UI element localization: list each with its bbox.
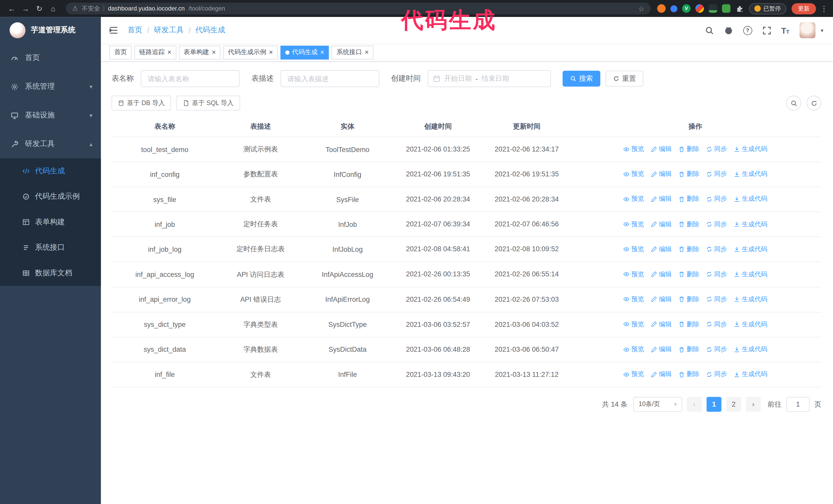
tab-home[interactable]: 首页 (110, 45, 132, 59)
sidebar-item-form-builder[interactable]: 表单构建 (0, 210, 101, 235)
tab-close-icon[interactable]: × (212, 49, 216, 56)
date-range-picker[interactable]: 开始日期 - 结束日期 (428, 70, 551, 87)
tab-close-icon[interactable]: × (320, 49, 324, 56)
browser-menu-icon[interactable]: ⋮ (820, 4, 828, 13)
sidebar-item-home[interactable]: 首页 (0, 44, 101, 72)
extension-icon-1[interactable] (657, 4, 666, 13)
preview-link[interactable]: 预览 (623, 245, 644, 254)
github-icon[interactable] (724, 26, 733, 35)
reset-button[interactable]: 重置 (606, 71, 643, 87)
table-name-input[interactable] (141, 70, 240, 87)
extension-icon-6[interactable] (722, 4, 731, 13)
tab-close-icon[interactable]: × (365, 49, 369, 56)
bookmark-star-icon[interactable]: ☆ (638, 5, 644, 13)
refresh-table-button[interactable] (806, 96, 821, 111)
sync-link[interactable]: 同步 (706, 220, 727, 229)
extension-icon-5[interactable] (709, 4, 717, 13)
preview-link[interactable]: 预览 (623, 370, 644, 379)
tab-codegen[interactable]: 代码生成× (280, 45, 329, 59)
edit-link[interactable]: 编辑 (651, 195, 672, 204)
toggle-search-button[interactable] (786, 96, 801, 111)
next-page-button[interactable]: › (746, 397, 761, 412)
tab-trace[interactable]: 链路追踪× (134, 45, 176, 59)
sync-link[interactable]: 同步 (706, 345, 727, 354)
sync-link[interactable]: 同步 (706, 195, 727, 204)
sync-link[interactable]: 同步 (706, 295, 727, 304)
preview-link[interactable]: 预览 (623, 170, 644, 179)
delete-link[interactable]: 删除 (679, 295, 699, 304)
browser-update-button[interactable]: 更新 (791, 3, 816, 14)
sidebar-item-api[interactable]: 系统接口 (0, 235, 101, 260)
search-button[interactable]: 搜索 (563, 71, 600, 87)
generate-code-link[interactable]: 生成代码 (734, 270, 767, 279)
sync-link[interactable]: 同步 (706, 270, 727, 279)
tab-codegen-example[interactable]: 代码生成示例× (223, 45, 278, 59)
extension-icon-2[interactable] (670, 5, 677, 12)
browser-back-button[interactable]: ← (5, 2, 18, 15)
edit-link[interactable]: 编辑 (651, 320, 672, 329)
address-bar[interactable]: ⚠ 不安全 dashboard.yudao.iocoder.cn/tool/co… (66, 3, 651, 14)
sidebar-item-db-doc[interactable]: 数据库文档 (0, 261, 101, 286)
preview-link[interactable]: 预览 (623, 145, 644, 153)
preview-link[interactable]: 预览 (623, 320, 644, 329)
delete-link[interactable]: 删除 (679, 320, 699, 329)
delete-link[interactable]: 删除 (679, 220, 699, 229)
paused-extension-badge[interactable]: 已暂停 (749, 3, 786, 14)
import-db-button[interactable]: 基于 DB 导入 (112, 96, 171, 111)
page-size-select[interactable]: 10条/页 ▾ (633, 397, 682, 412)
generate-code-link[interactable]: 生成代码 (734, 245, 767, 254)
goto-page-input[interactable] (786, 397, 810, 412)
generate-code-link[interactable]: 生成代码 (734, 345, 767, 354)
generate-code-link[interactable]: 生成代码 (734, 145, 767, 153)
delete-link[interactable]: 删除 (679, 145, 699, 153)
preview-link[interactable]: 预览 (623, 295, 644, 304)
sidebar-item-codegen[interactable]: 代码生成 (0, 159, 101, 184)
search-icon[interactable] (705, 26, 714, 35)
sidebar-item-devtools[interactable]: 研发工具 ▴ (0, 130, 101, 159)
edit-link[interactable]: 编辑 (651, 245, 672, 254)
browser-forward-button[interactable]: → (19, 2, 32, 15)
delete-link[interactable]: 删除 (679, 345, 699, 354)
import-sql-button[interactable]: 基于 SQL 导入 (176, 96, 240, 111)
edit-link[interactable]: 编辑 (651, 345, 672, 354)
sidebar-item-system[interactable]: 系统管理 ▾ (0, 72, 101, 101)
extension-icon-4[interactable] (695, 4, 704, 13)
delete-link[interactable]: 删除 (679, 370, 699, 379)
table-desc-input[interactable] (280, 70, 379, 87)
user-avatar[interactable] (800, 22, 815, 38)
generate-code-link[interactable]: 生成代码 (734, 320, 767, 329)
browser-home-button[interactable]: ⌂ (47, 2, 60, 15)
preview-link[interactable]: 预览 (623, 195, 644, 204)
extensions-puzzle-icon[interactable] (735, 4, 744, 13)
app-logo[interactable]: 芋道管理系统 (0, 17, 101, 44)
edit-link[interactable]: 编辑 (651, 145, 672, 153)
sync-link[interactable]: 同步 (706, 370, 727, 379)
sync-link[interactable]: 同步 (706, 145, 727, 153)
edit-link[interactable]: 编辑 (651, 270, 672, 279)
preview-link[interactable]: 预览 (623, 270, 644, 279)
tab-api[interactable]: 系统接口× (332, 45, 374, 59)
generate-code-link[interactable]: 生成代码 (734, 170, 767, 179)
preview-link[interactable]: 预览 (623, 220, 644, 229)
delete-link[interactable]: 删除 (679, 170, 699, 179)
sync-link[interactable]: 同步 (706, 170, 727, 179)
hamburger-icon[interactable] (109, 25, 119, 35)
delete-link[interactable]: 删除 (679, 270, 699, 279)
delete-link[interactable]: 删除 (679, 195, 699, 204)
prev-page-button[interactable]: ‹ (687, 397, 702, 412)
generate-code-link[interactable]: 生成代码 (734, 220, 767, 229)
page-button-2[interactable]: 2 (726, 397, 741, 412)
generate-code-link[interactable]: 生成代码 (734, 370, 767, 379)
tab-close-icon[interactable]: × (167, 49, 171, 56)
generate-code-link[interactable]: 生成代码 (734, 295, 767, 304)
edit-link[interactable]: 编辑 (651, 170, 672, 179)
generate-code-link[interactable]: 生成代码 (734, 195, 767, 204)
sync-link[interactable]: 同步 (706, 320, 727, 329)
delete-link[interactable]: 删除 (679, 245, 699, 254)
breadcrumb-home[interactable]: 首页 (127, 25, 142, 35)
breadcrumb-devtools[interactable]: 研发工具 (154, 25, 184, 35)
edit-link[interactable]: 编辑 (651, 220, 672, 229)
tab-close-icon[interactable]: × (269, 49, 273, 56)
fullscreen-icon[interactable] (762, 26, 771, 35)
avatar-caret-icon[interactable]: ▾ (821, 27, 823, 33)
